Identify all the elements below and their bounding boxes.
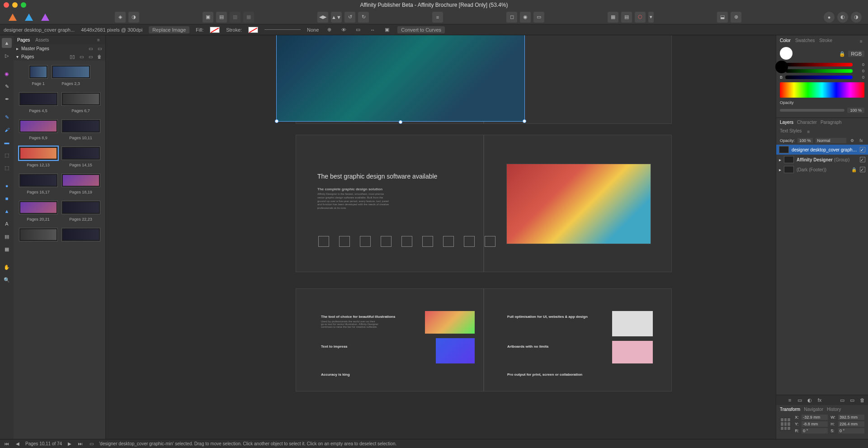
vector-brush-tool-icon[interactable]: 🖌 [2, 125, 12, 135]
tab-history[interactable]: History [827, 407, 841, 412]
crop-tool-icon[interactable]: ⬚ [2, 163, 12, 173]
snap-point-icon[interactable]: ▭ [533, 12, 544, 23]
tab-layers[interactable]: Layers [780, 120, 793, 125]
preflight-icon[interactable]: ◈ [115, 12, 126, 23]
chevron-right-icon[interactable]: ▸ [779, 167, 781, 172]
pages-thumbnail-list[interactable]: Page 1Pages 2,3 Pages 4,5Pages 6,7 Pages… [14, 61, 105, 439]
snap-bounds-icon[interactable]: ◻ [506, 12, 517, 23]
rotate-ccw-icon[interactable]: ↺ [344, 12, 355, 23]
panel-menu-icon[interactable]: ≡ [805, 128, 811, 135]
tab-navigator[interactable]: Navigator [804, 407, 823, 412]
tab-assets[interactable]: Assets [35, 38, 49, 42]
layer-row[interactable]: ▸ Affinity Designer (Group) ✓ [776, 155, 868, 165]
artistic-text-tool-icon[interactable]: A [2, 219, 12, 229]
prev-page-icon[interactable]: ◀ [14, 441, 21, 447]
panel-menu-icon[interactable]: ≡ [95, 37, 102, 43]
pencil-tool-icon[interactable]: ✎ [2, 112, 12, 122]
layer-visibility-toggle[interactable]: ✓ [860, 157, 865, 162]
add-pixel-layer-icon[interactable]: ▭ [849, 397, 855, 403]
h-field[interactable] [838, 421, 864, 427]
hide-selection-icon[interactable]: 👁 [340, 26, 348, 34]
tab-text-styles[interactable]: Text Styles [780, 128, 802, 135]
pages-section-label[interactable]: Pages [21, 54, 34, 59]
last-page-icon[interactable]: ⏭ [77, 441, 84, 447]
convert-to-curves-button[interactable]: Convert to Curves [397, 26, 445, 33]
color-picker-tool-icon[interactable]: ◉ [2, 69, 12, 79]
fx-icon[interactable]: fx [816, 397, 823, 403]
tab-stroke[interactable]: Stroke [819, 38, 832, 44]
selection-handle[interactable] [399, 120, 402, 124]
arrange-forward-icon[interactable]: ▤ [216, 12, 227, 23]
page-thumbnail[interactable] [29, 65, 48, 79]
selection-handle[interactable] [275, 119, 278, 123]
layer-visibility-toggle[interactable]: ✓ [860, 147, 865, 152]
paint-brush-tool-icon[interactable]: ✎ [2, 81, 12, 91]
flip-h-icon[interactable]: ◀▶ [317, 12, 328, 23]
lock-icon[interactable]: 🔒 [851, 166, 857, 173]
opacity-slider[interactable] [780, 109, 844, 112]
page-thumbnail[interactable] [61, 146, 100, 160]
page-thumbnail[interactable] [19, 146, 58, 160]
view-mode-icon[interactable]: ◑ [128, 12, 139, 23]
lock-icon[interactable]: 🔒 [839, 51, 845, 57]
page-thumbnail[interactable] [61, 174, 100, 187]
green-slider[interactable] [786, 69, 853, 73]
auto-scroll-icon[interactable]: ≡ [787, 397, 793, 403]
tab-swatches[interactable]: Swatches [795, 38, 815, 44]
ellipse-tool-icon[interactable]: ● [2, 181, 12, 191]
gear-icon[interactable]: ⚙ [849, 137, 855, 144]
flip-v-icon[interactable]: ▲▼ [331, 12, 342, 23]
tab-character[interactable]: Character [797, 120, 817, 125]
transform-mode-icon[interactable]: ↔ [368, 26, 377, 34]
zoom-window-button[interactable] [21, 2, 26, 8]
align-icon[interactable]: ≡ [432, 12, 443, 23]
fill-tool-icon[interactable]: ▬ [2, 137, 12, 147]
stroke-swatch[interactable] [248, 27, 258, 33]
designer-persona-icon[interactable] [23, 11, 35, 24]
replace-image-button[interactable]: Replace Image [149, 26, 189, 33]
fill-swatch[interactable] [210, 27, 220, 33]
snapping-icon[interactable]: ⬡ [635, 12, 646, 23]
duplicate-page-icon[interactable]: ▭ [87, 53, 94, 60]
add-page-icon[interactable]: ▭ [78, 53, 85, 60]
tab-transform[interactable]: Transform [780, 407, 800, 412]
insert-behind-icon[interactable]: ⬓ [717, 12, 728, 23]
table-tool-icon[interactable]: ▦ [2, 244, 12, 254]
frame-text-tool-icon[interactable]: ▤ [2, 231, 12, 241]
page-thumbnail[interactable] [19, 92, 58, 106]
cycle-select-icon[interactable]: ▣ [383, 26, 391, 34]
help-icon[interactable]: ◑ [851, 12, 862, 23]
add-master-icon[interactable]: ▭ [87, 45, 94, 52]
show-alignment-icon[interactable]: ▭ [354, 26, 362, 34]
fx-icon[interactable]: fx [858, 137, 864, 144]
page-thumbnail[interactable] [61, 228, 100, 241]
anchor-point-selector[interactable] [780, 417, 791, 431]
move-tool-icon[interactable]: ▲ [2, 38, 12, 48]
page-thumbnail[interactable] [52, 65, 90, 79]
color-mode-select[interactable]: RGB [848, 51, 864, 57]
page-thumbnail[interactable] [19, 174, 58, 187]
stroke-color-well[interactable] [775, 61, 788, 73]
pages-panel-toggle-icon[interactable]: ▭ [88, 441, 94, 447]
publisher-persona-icon[interactable] [6, 11, 19, 24]
close-window-button[interactable] [4, 2, 9, 8]
lock-children-icon[interactable]: ⊕ [325, 26, 333, 34]
rotate-cw-icon[interactable]: ↻ [358, 12, 369, 23]
tab-pages[interactable]: Pages [17, 38, 30, 42]
arrange-back-icon[interactable]: ▦ [243, 12, 254, 23]
chevron-right-icon[interactable]: ▸ [16, 46, 19, 51]
layer-visibility-toggle[interactable]: ✓ [860, 167, 865, 172]
stroke-width-value[interactable]: None [307, 27, 319, 33]
blend-mode-select[interactable]: Normal [816, 138, 846, 143]
stroke-preview[interactable] [264, 29, 301, 30]
sync-icon[interactable]: ◐ [837, 12, 848, 23]
chevron-down-icon[interactable]: ▾ [16, 54, 19, 59]
blue-slider[interactable] [785, 75, 853, 79]
color-spectrum[interactable] [780, 82, 864, 98]
transparency-tool-icon[interactable]: ⬚ [2, 150, 12, 160]
pen-tool-icon[interactable]: ✒ [2, 94, 12, 104]
master-pages-label[interactable]: Master Pages [21, 46, 49, 51]
selection-handle[interactable] [523, 119, 526, 123]
adjust-icon[interactable]: ◐ [807, 397, 813, 403]
view-tool-icon[interactable]: ✋ [2, 262, 12, 272]
